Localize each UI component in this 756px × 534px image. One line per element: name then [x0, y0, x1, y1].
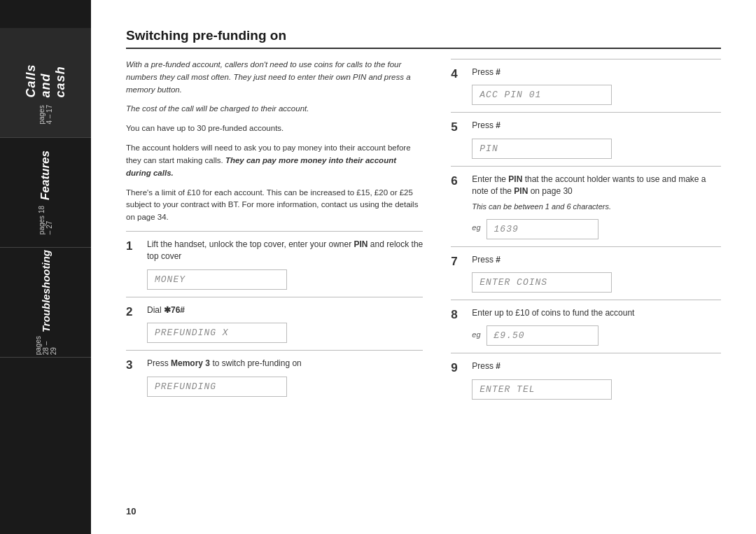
step-6-eg: eg 1639 [472, 216, 721, 239]
step-4-lcd: ACC PIN 01 [472, 85, 612, 105]
step-6-lcd: 1639 [486, 219, 598, 239]
step-9-content: Press # ENTER TEL [472, 360, 721, 399]
step-3-text: Press Memory 3 to switch pre-funding on [147, 358, 423, 370]
step-6-note: This can be between 1 and 6 characters. [472, 202, 721, 213]
step-8: 8 Enter up to £10 of coins to fund the a… [451, 307, 721, 346]
page-title: Switching pre-funding on [126, 28, 721, 49]
step-6-text: Enter the PIN that the account holder wa… [472, 174, 721, 198]
step-9-number: 9 [451, 360, 465, 376]
step-4: 4 Press # ACC PIN 01 [451, 66, 721, 105]
step-8-number: 8 [451, 307, 465, 323]
step-4-content: Press # ACC PIN 01 [472, 66, 721, 105]
intro-para-3: You can have up to 30 pre-funded account… [126, 122, 423, 135]
step-5-lcd: PIN [472, 139, 612, 159]
step-9-text: Press # [472, 360, 721, 372]
intro-para-4: The account holders will need to ask you… [126, 142, 423, 179]
step-1: 1 Lift the handset, unlock the top cover… [126, 239, 423, 290]
intro-para-5: There's a limit of £10 for each account.… [126, 187, 423, 224]
step-8-eg: eg £9.50 [472, 323, 721, 346]
step-2: 2 Dial ✱76# PREFUNDING X [126, 304, 423, 343]
sidebar-item-troubleshooting[interactable]: Troubleshooting pages 28 – 29 [0, 248, 91, 358]
step-2-lcd: PREFUNDING X [147, 323, 287, 343]
step-6-eg-label: eg [472, 223, 480, 232]
step-1-text: Lift the handset, unlock the top cover, … [147, 239, 423, 263]
sidebar-features-title: Features [38, 150, 52, 200]
step-1-content: Lift the handset, unlock the top cover, … [147, 239, 423, 290]
step-6-number: 6 [451, 174, 465, 189]
step-7-content: Press # ENTER COINS [472, 254, 721, 293]
main-content: Switching pre-funding on With a pre-fund… [91, 0, 756, 534]
step-5-text: Press # [472, 120, 721, 132]
step-5: 5 Press # PIN [451, 120, 721, 158]
step-3-number: 3 [126, 358, 140, 373]
step-2-number: 2 [126, 304, 140, 320]
step-7-number: 7 [451, 254, 465, 269]
left-column: With a pre-funded account, callers don't… [126, 59, 423, 405]
step-1-lcd: MONEY [147, 269, 287, 290]
step-8-content: Enter up to £10 of coins to fund the acc… [472, 307, 721, 346]
step-6: 6 Enter the PIN that the account holder … [451, 174, 721, 239]
step-7-lcd: ENTER COINS [472, 272, 612, 293]
step-4-number: 4 [451, 66, 465, 82]
sidebar-calls-title: Calls and cash [24, 41, 68, 97]
step-8-eg-label: eg [472, 330, 480, 339]
step-5-number: 5 [451, 120, 465, 135]
sidebar-item-features[interactable]: Features pages 18 – 27 [0, 138, 91, 248]
sidebar-calls-pages: pages 4 – 17 [38, 101, 53, 125]
step-9-lcd: ENTER TEL [472, 379, 612, 400]
sidebar-troubleshooting-title: Troubleshooting [40, 250, 52, 332]
sidebar-item-calls[interactable]: Calls and cash pages 4 – 17 [0, 28, 91, 138]
page-number: 10 [126, 506, 136, 517]
intro-para-2: The cost of the call will be charged to … [126, 103, 423, 115]
step-4-text: Press # [472, 66, 721, 78]
step-3-lcd: PREFUNDING [147, 377, 287, 397]
sidebar: Calls and cash pages 4 – 17 Features pag… [0, 0, 91, 534]
step-7-text: Press # [472, 254, 721, 266]
step-2-text: Dial ✱76# [147, 304, 423, 316]
step-5-content: Press # PIN [472, 120, 721, 158]
sidebar-troubleshooting-pages: pages 28 – 29 [34, 336, 57, 355]
step-2-content: Dial ✱76# PREFUNDING X [147, 304, 423, 343]
step-9: 9 Press # ENTER TEL [451, 360, 721, 399]
step-8-lcd: £9.50 [486, 325, 598, 346]
step-6-content: Enter the PIN that the account holder wa… [472, 174, 721, 239]
intro-para-1: With a pre-funded account, callers don't… [126, 59, 423, 96]
step-1-number: 1 [126, 239, 140, 254]
step-3-content: Press Memory 3 to switch pre-funding on … [147, 358, 423, 396]
step-8-text: Enter up to £10 of coins to fund the acc… [472, 307, 721, 319]
right-column: 4 Press # ACC PIN 01 5 Press # PIN 6 [451, 59, 721, 405]
sidebar-features-pages: pages 18 – 27 [38, 204, 53, 234]
step-7: 7 Press # ENTER COINS [451, 254, 721, 293]
step-3: 3 Press Memory 3 to switch pre-funding o… [126, 358, 423, 396]
